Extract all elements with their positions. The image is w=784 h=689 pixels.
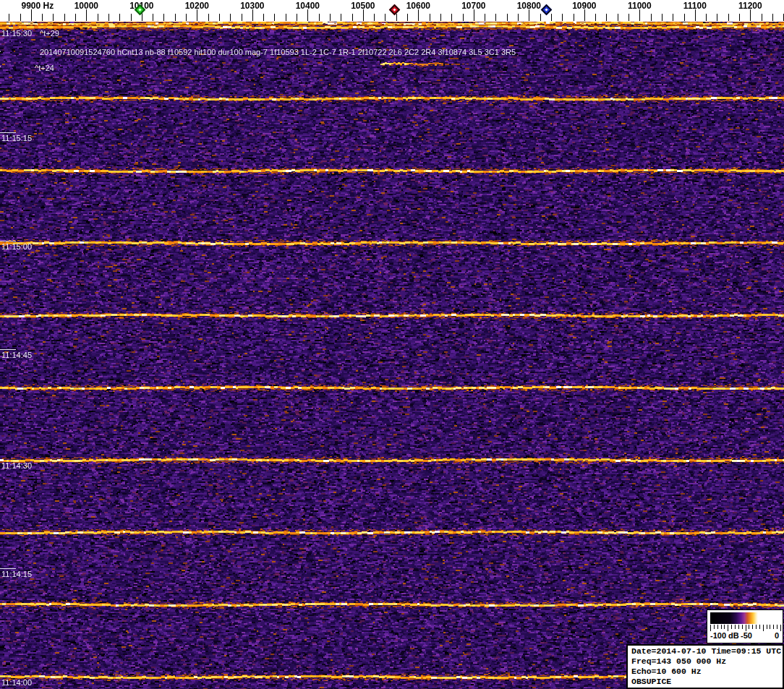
info-date-time: Date=2014-07-10 Time=09:15 UTC (631, 646, 783, 656)
annotation-t29: ^t+29 (40, 29, 59, 38)
intensity-colorbar: -100 dB -50 0 (707, 609, 783, 643)
colorbar-max-label: 0 (775, 631, 779, 640)
colorbar-gradient (710, 612, 780, 624)
annotation-edge-caret-1: ^ (0, 48, 1, 56)
info-station-name: OBSUPICE (631, 677, 783, 687)
annotation-t24: ^t+24 (35, 64, 54, 72)
info-echo-offset: Echo=10 600 Hz (631, 667, 783, 677)
annotation-detection-string: 20140710091524760 hCnt13 nb-88 f10592 hi… (40, 48, 516, 56)
info-frequency: Freq=143 050 000 Hz (631, 656, 783, 667)
spectrogram-screen: 9900 Hz100001010010200103001040010500106… (0, 0, 784, 689)
spectrogram-canvas[interactable] (0, 0, 784, 689)
marker-diamond-core (138, 8, 141, 11)
marker-diamond-core (393, 8, 396, 11)
station-info-box: Date=2014-07-10 Time=09:15 UTC Freq=143 … (626, 644, 784, 689)
colorbar-major-ticks (710, 625, 781, 631)
colorbar-mid-label: -50 (741, 631, 752, 640)
annotation-edge-caret-2: ^ (0, 63, 1, 72)
marker-diamond-core (545, 8, 547, 11)
colorbar-min-label: -100 dB (710, 631, 739, 640)
